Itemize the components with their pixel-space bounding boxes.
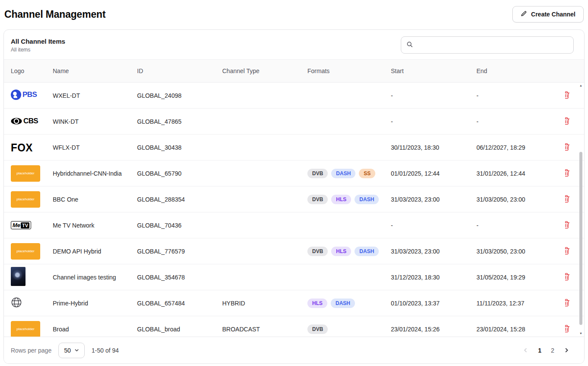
format-badge-hls: HLS [331, 195, 351, 204]
cbs-logo: CBS [11, 117, 38, 125]
channel-name: Hybridchannel-CNN-India [53, 170, 137, 177]
placeholder-logo: placeholder [11, 165, 40, 182]
scrollbar-track[interactable] [578, 88, 584, 331]
table-row[interactable]: Prime-HybridGLOBAL_657484HYBRIDHLSDASH01… [4, 290, 584, 316]
pagination: 1 2 [519, 344, 573, 356]
table-body: PBSWXEL-DTGLOBAL_24098--CBSWINK-DTGLOBAL… [4, 83, 584, 337]
format-badge-dash: DASH [331, 299, 355, 308]
channel-id: GLOBAL_47865 [137, 118, 222, 125]
trash-icon [565, 172, 570, 178]
table-row[interactable]: MeTVMe TV NetworkGLOBAL_70436-- [4, 212, 584, 238]
channel-name: Prime-Hybrid [53, 300, 137, 307]
panel-subtitle: All items [11, 47, 65, 53]
format-badge-dash: DASH [355, 195, 379, 204]
trash-icon [565, 327, 570, 334]
channel-start: 31/12/2023, 18:30 [391, 274, 476, 281]
rows-per-page-select[interactable]: 50 [58, 343, 85, 358]
create-channel-button[interactable]: Create Channel [512, 6, 584, 22]
channel-logo-cell: PBS [11, 90, 53, 101]
channel-image-thumbnail [11, 267, 26, 286]
channel-logo-cell: placeholder [11, 165, 53, 182]
channel-end: 31/01/2026, 12:44 [476, 170, 565, 177]
panel-title: All Channel Items [11, 38, 65, 45]
channel-id: GLOBAL_776579 [137, 248, 222, 255]
channel-name: Me TV Network [53, 222, 137, 229]
search-input[interactable] [416, 42, 568, 48]
channel-id: GLOBAL_288354 [137, 196, 222, 203]
create-channel-label: Create Channel [531, 11, 575, 18]
channel-end: 11/11/2023, 12:37 [476, 300, 565, 307]
pencil-icon [521, 10, 527, 18]
vertical-scrollbar[interactable]: ▲ ▼ [578, 83, 584, 336]
scrollbar-down-arrow[interactable]: ▼ [579, 331, 582, 336]
metv-logo: MeTV [11, 221, 31, 229]
channel-logo-cell: FOX [11, 141, 53, 154]
delete-channel-button[interactable] [565, 323, 572, 336]
delete-channel-button[interactable] [565, 271, 572, 284]
page-number-1[interactable]: 1 [534, 344, 545, 356]
channel-id: GLOBAL_657484 [137, 300, 222, 307]
delete-channel-button[interactable] [565, 141, 572, 154]
trash-icon [565, 120, 570, 126]
next-page-button[interactable] [560, 345, 573, 356]
table-row[interactable]: FOXWFLX-DTGLOBAL_3043830/11/2023, 18:300… [4, 135, 584, 161]
channel-name: WINK-DT [53, 118, 137, 125]
column-header-id: ID [137, 67, 222, 74]
channel-end: 31/05/2024, 19:29 [476, 274, 565, 281]
table-row[interactable]: PBSWXEL-DTGLOBAL_24098-- [4, 83, 584, 109]
channel-formats: DVBHLSDASH [307, 195, 391, 204]
delete-channel-button[interactable] [565, 297, 572, 310]
delete-channel-button[interactable] [565, 89, 572, 102]
pbs-logo: PBS [11, 90, 37, 100]
format-badge-dvb: DVB [307, 195, 328, 204]
previous-page-button[interactable] [519, 345, 532, 356]
channel-logo-cell: placeholder [11, 243, 53, 260]
scrollbar-up-arrow[interactable]: ▲ [579, 83, 582, 88]
table-row[interactable]: placeholderDEMO API HybridGLOBAL_776579D… [4, 238, 584, 264]
delete-channel-button[interactable] [565, 219, 572, 232]
trash-icon [565, 94, 570, 100]
search-box[interactable] [401, 36, 574, 54]
page-number-2[interactable]: 2 [547, 344, 558, 356]
channel-logo-cell: CBS [11, 117, 53, 126]
page-title: Channel Management [4, 9, 105, 20]
channel-logo-cell [11, 297, 53, 309]
channel-start: - [391, 222, 476, 229]
table-row[interactable]: placeholderHybridchannel-CNN-IndiaGLOBAL… [4, 161, 584, 186]
channel-list-card: All Channel Items All items Logo Name ID… [3, 29, 585, 364]
trash-icon [565, 276, 570, 282]
channel-start: 23/01/2024, 15:26 [391, 326, 476, 333]
channel-start: - [391, 118, 476, 125]
format-badge-hls: HLS [307, 299, 327, 308]
channel-name: BBC One [53, 196, 137, 203]
channel-id: GLOBAL_30438 [137, 144, 222, 151]
delete-channel-button[interactable] [565, 167, 572, 180]
channel-type: HYBRID [222, 300, 307, 307]
table-row[interactable]: placeholderBBC OneGLOBAL_288354DVBHLSDAS… [4, 186, 584, 212]
search-icon [406, 41, 413, 49]
column-header-logo: Logo [11, 67, 53, 74]
scrollbar-thumb[interactable] [579, 152, 582, 325]
delete-channel-button[interactable] [565, 193, 572, 206]
card-header: All Channel Items All items [4, 30, 584, 59]
channel-end: 31/03/2050, 23:00 [476, 248, 565, 255]
table-rows-container: PBSWXEL-DTGLOBAL_24098--CBSWINK-DTGLOBAL… [4, 83, 584, 337]
fox-logo: FOX [11, 141, 33, 154]
channel-name: WFLX-DT [53, 144, 137, 151]
channel-id: GLOBAL_354678 [137, 274, 222, 281]
table-row[interactable]: CBSWINK-DTGLOBAL_47865-- [4, 109, 584, 135]
table-row[interactable]: placeholderBroadGLOBAL_broadBROADCASTDVB… [4, 316, 584, 337]
trash-icon [565, 198, 570, 204]
channel-end: 06/12/2027, 18:29 [476, 144, 565, 151]
delete-channel-button[interactable] [565, 115, 572, 128]
channel-end: - [476, 222, 565, 229]
footer-left: Rows per page 50 1-50 of 94 [11, 343, 119, 358]
channel-start: 01/10/2023, 13:37 [391, 300, 476, 307]
delete-channel-button[interactable] [565, 245, 572, 258]
panel-titles: All Channel Items All items [11, 38, 65, 53]
channel-name: WXEL-DT [53, 92, 137, 99]
channel-id: GLOBAL_24098 [137, 92, 222, 99]
table-row[interactable]: Channel images testingGLOBAL_35467831/12… [4, 264, 584, 290]
column-header-channel-type: Channel Type [222, 67, 307, 74]
format-badge-dvb: DVB [307, 247, 328, 256]
